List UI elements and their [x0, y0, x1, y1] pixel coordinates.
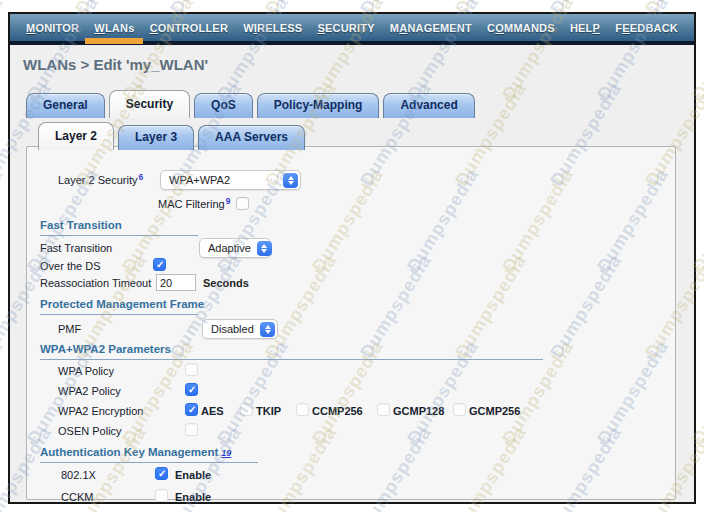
akm-cckm-label: CCKM: [61, 491, 93, 503]
section-rule: [40, 314, 198, 315]
nav-label-part: O: [495, 22, 504, 34]
tab-layer3[interactable]: Layer 3: [118, 125, 194, 150]
nav-label-part: NAGEMENT: [407, 22, 472, 34]
wpa2-encryption-gcmp128-checkbox[interactable]: [377, 403, 390, 416]
nav-item-feedback[interactable]: FEEDBACK: [615, 22, 678, 34]
layer2-security-value: WPA+WPA2: [169, 174, 230, 186]
app-frame: MONITOR WLANs CONTROLLER WIRELESS SECURI…: [8, 12, 696, 504]
footnote-link[interactable]: 19: [221, 448, 231, 458]
over-the-ds-checkbox[interactable]: [153, 258, 166, 271]
nav-item-wireless[interactable]: WIRELESS: [243, 22, 302, 34]
wpa2-encryption-ccmp256-checkbox[interactable]: [296, 403, 309, 416]
layer2-security-label: Layer 2 Security6: [58, 174, 143, 186]
akm-8021x-enable-label: Enable: [175, 469, 211, 481]
tab-aaa-servers[interactable]: AAA Servers: [198, 125, 305, 150]
section-pmf: Protected Management Frame: [40, 298, 204, 310]
nav-label-part: HEL: [570, 22, 593, 34]
secondary-tab-bar: Layer 2 Layer 3 AAA Servers: [38, 122, 305, 150]
tab-layer2[interactable]: Layer 2: [38, 122, 114, 150]
wpa2-encryption-ccmp256-label: CCMP256: [312, 405, 363, 417]
primary-tab-bar: General Security QoS Policy-Mapping Adva…: [26, 90, 475, 118]
wpa2-encryption-gcmp256-checkbox[interactable]: [453, 403, 466, 416]
section-akm: Authentication Key Management19: [40, 446, 231, 458]
wpa2-encryption-gcmp128-label: GCMP128: [393, 405, 444, 417]
wpa-policy-checkbox[interactable]: [185, 363, 198, 376]
tab-policy-mapping[interactable]: Policy-Mapping: [257, 93, 380, 118]
wpa2-policy-checkbox[interactable]: [185, 383, 198, 396]
active-nav-indicator: [85, 38, 143, 44]
nav-label-part: MMANDS: [504, 22, 555, 34]
dropdown-stepper-icon: [283, 173, 298, 188]
fast-transition-select[interactable]: Adaptive: [199, 238, 271, 258]
nav-label-part: M: [390, 22, 399, 34]
nav-label-part: EDBACK: [630, 22, 678, 34]
nav-label-part: W: [94, 22, 105, 34]
dropdown-stepper-icon: [257, 241, 272, 256]
wpa2-encryption-gcmp256-label: GCMP256: [469, 405, 520, 417]
nav-item-controller[interactable]: CONTROLLER: [150, 22, 228, 34]
nav-item-security[interactable]: SECURITY: [317, 22, 374, 34]
pmf-select[interactable]: Disabled: [202, 319, 278, 339]
top-navbar: MONITOR WLANs CONTROLLER WIRELESS SECURI…: [10, 14, 694, 45]
nav-item-management[interactable]: MANAGEMENT: [390, 22, 472, 34]
nav-label-part: RELESS: [257, 22, 302, 34]
nav-item-help[interactable]: HELP: [570, 22, 600, 34]
wpa2-encryption-tkip-label: TKIP: [256, 405, 281, 417]
mac-filtering-checkbox[interactable]: [236, 197, 249, 210]
nav-item-commands[interactable]: COMMANDS: [487, 22, 555, 34]
over-the-ds-label: Over the DS: [40, 260, 101, 272]
tab-advanced[interactable]: Advanced: [383, 93, 474, 118]
tab-security[interactable]: Security: [109, 90, 190, 118]
page-title: WLANs > Edit 'my_WLAN': [23, 56, 208, 73]
section-wpa-params: WPA+WPA2 Parameters: [40, 343, 171, 355]
nav-label-part: P: [593, 22, 601, 34]
reassociation-timeout-unit: Seconds: [203, 277, 249, 289]
label-text: MAC Filtering: [158, 198, 225, 210]
section-rule: [40, 462, 258, 463]
osen-policy-label: OSEN Policy: [58, 425, 122, 437]
nav-label-part: S: [317, 22, 325, 34]
nav-label-part: ONTROLLER: [158, 22, 228, 34]
nav-item-wlans[interactable]: WLANs: [94, 22, 134, 34]
wpa2-encryption-label: WPA2 Encryption: [58, 405, 143, 417]
dropdown-stepper-icon: [260, 322, 275, 337]
wpa2-policy-label: WPA2 Policy: [58, 385, 121, 397]
akm-cckm-checkbox[interactable]: [155, 489, 168, 502]
akm-8021x-label: 802.1X: [61, 469, 96, 481]
nav-label-part: M: [26, 22, 35, 34]
section-rule: [40, 235, 198, 236]
tab-general[interactable]: General: [26, 93, 105, 118]
akm-cckm-enable-label: Enable: [175, 491, 211, 503]
wpa2-encryption-aes-label: AES: [201, 405, 224, 417]
nav-label-part: ONITOR: [35, 22, 79, 34]
label-text: Layer 2 Security: [58, 174, 137, 186]
screenshot-root: MONITOR WLANs CONTROLLER WIRELESS SECURI…: [0, 0, 704, 512]
nav-label-part: E: [622, 22, 630, 34]
section-rule: [40, 359, 543, 360]
wpa2-encryption-aes-checkbox[interactable]: [185, 403, 198, 416]
nav-label-part: ECURITY: [325, 22, 375, 34]
layer2-panel: Layer 2 Security6 WPA+WPA2 MAC Filtering…: [26, 146, 676, 500]
layer2-security-select[interactable]: WPA+WPA2: [160, 170, 301, 190]
wpa2-encryption-tkip-checkbox[interactable]: [240, 403, 253, 416]
footnote-link[interactable]: 6: [138, 172, 143, 182]
osen-policy-checkbox[interactable]: [185, 423, 198, 436]
reassociation-timeout-input[interactable]: [156, 274, 196, 291]
nav-label-part: LANs: [105, 22, 135, 34]
footnote-link[interactable]: 9: [226, 196, 231, 206]
tab-qos[interactable]: QoS: [194, 93, 253, 118]
section-fast-transition: Fast Transition: [40, 219, 122, 231]
pmf-value: Disabled: [211, 323, 254, 335]
reassociation-timeout-label: Reassociation Timeout: [40, 277, 151, 289]
fast-transition-label: Fast Transition: [40, 242, 112, 254]
label-text: Authentication Key Management: [40, 446, 218, 458]
nav-item-monitor[interactable]: MONITOR: [26, 22, 79, 34]
akm-8021x-checkbox[interactable]: [155, 467, 168, 480]
nav-label-part: C: [150, 22, 158, 34]
fast-transition-value: Adaptive: [208, 242, 251, 254]
nav-label-part: W: [243, 22, 254, 34]
pmf-label: PMF: [58, 323, 81, 335]
wpa-policy-label: WPA Policy: [58, 365, 114, 377]
mac-filtering-label: MAC Filtering9: [158, 198, 230, 210]
